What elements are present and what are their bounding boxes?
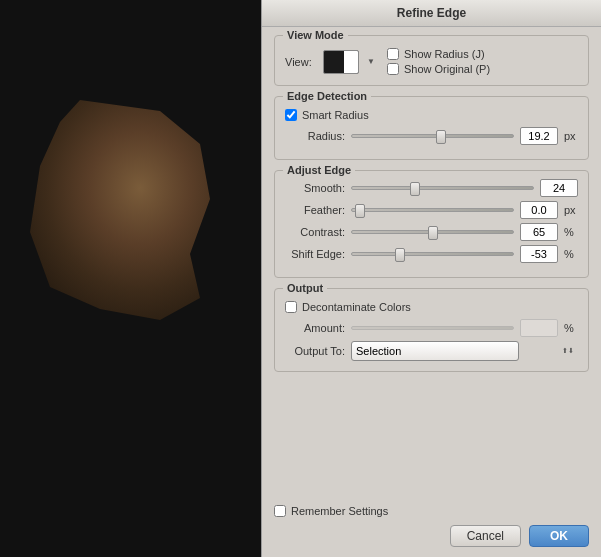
show-radius-checkbox[interactable] <box>387 48 399 60</box>
dialog-title: Refine Edge <box>397 6 466 20</box>
amount-row: Amount: % <box>285 319 578 337</box>
smooth-row: Smooth: <box>285 179 578 197</box>
show-original-label: Show Original (P) <box>404 63 490 75</box>
ok-button[interactable]: OK <box>529 525 589 547</box>
button-row: Cancel OK <box>274 525 589 547</box>
radius-row: Radius: px <box>285 127 578 145</box>
show-original-row[interactable]: Show Original (P) <box>387 63 490 75</box>
feather-thumb[interactable] <box>355 204 365 218</box>
radius-slider[interactable] <box>351 134 514 138</box>
smooth-label: Smooth: <box>285 182 345 194</box>
refine-edge-dialog: Refine Edge View Mode View: ▼ Show Radiu… <box>261 0 601 557</box>
output-to-label: Output To: <box>285 345 345 357</box>
remember-settings-label: Remember Settings <box>291 505 388 517</box>
view-dropdown-arrow[interactable]: ▼ <box>367 57 375 66</box>
output-section: Output Decontaminate Colors Amount: % Ou… <box>274 288 589 372</box>
feather-label: Feather: <box>285 204 345 216</box>
dialog-content: View Mode View: ▼ Show Radius (J) Show O… <box>262 27 601 497</box>
view-mode-section: View Mode View: ▼ Show Radius (J) Show O… <box>274 35 589 86</box>
view-thumbnail[interactable] <box>323 50 359 74</box>
view-options: Show Radius (J) Show Original (P) <box>387 48 490 75</box>
show-radius-row[interactable]: Show Radius (J) <box>387 48 490 60</box>
contrast-input[interactable] <box>520 223 558 241</box>
adjust-edge-label: Adjust Edge <box>283 164 355 176</box>
amount-slider <box>351 326 514 330</box>
feather-slider[interactable] <box>351 208 514 212</box>
amount-input <box>520 319 558 337</box>
dialog-footer: Remember Settings Cancel OK <box>262 497 601 557</box>
edge-detection-section: Edge Detection Smart Radius Radius: px <box>274 96 589 160</box>
radius-thumb[interactable] <box>436 130 446 144</box>
cancel-button[interactable]: Cancel <box>450 525 521 547</box>
decontaminate-row[interactable]: Decontaminate Colors <box>285 301 578 313</box>
smart-radius-label-row[interactable]: Smart Radius <box>285 109 369 121</box>
remember-settings-row[interactable]: Remember Settings <box>274 505 388 517</box>
amount-label: Amount: <box>285 322 345 334</box>
background-canvas <box>0 0 265 557</box>
shift-edge-row: Shift Edge: % <box>285 245 578 263</box>
output-to-select[interactable]: Selection Layer Mask New Layer New Layer… <box>351 341 519 361</box>
view-label: View: <box>285 56 315 68</box>
feather-input[interactable] <box>520 201 558 219</box>
view-mode-label: View Mode <box>283 29 348 41</box>
radius-label: Radius: <box>285 130 345 142</box>
smart-radius-checkbox[interactable] <box>285 109 297 121</box>
contrast-slider[interactable] <box>351 230 514 234</box>
decontaminate-label: Decontaminate Colors <box>302 301 411 313</box>
output-label: Output <box>283 282 327 294</box>
show-radius-label: Show Radius (J) <box>404 48 485 60</box>
smart-radius-label: Smart Radius <box>302 109 369 121</box>
view-mode-row: View: ▼ Show Radius (J) Show Original (P… <box>285 48 578 75</box>
radius-unit: px <box>564 130 578 142</box>
show-original-checkbox[interactable] <box>387 63 399 75</box>
decontaminate-checkbox[interactable] <box>285 301 297 313</box>
shift-edge-label: Shift Edge: <box>285 248 345 260</box>
dialog-titlebar: Refine Edge <box>262 0 601 27</box>
radius-input[interactable] <box>520 127 558 145</box>
feather-row: Feather: px <box>285 201 578 219</box>
smooth-input[interactable] <box>540 179 578 197</box>
contrast-row: Contrast: % <box>285 223 578 241</box>
output-to-wrapper: Selection Layer Mask New Layer New Layer… <box>351 341 578 361</box>
smooth-thumb[interactable] <box>410 182 420 196</box>
feather-unit: px <box>564 204 578 216</box>
contrast-unit: % <box>564 226 578 238</box>
remember-row: Remember Settings <box>274 505 589 517</box>
shift-edge-thumb[interactable] <box>395 248 405 262</box>
smooth-slider[interactable] <box>351 186 534 190</box>
rock-image <box>20 100 220 320</box>
output-to-row: Output To: Selection Layer Mask New Laye… <box>285 341 578 361</box>
shift-edge-input[interactable] <box>520 245 558 263</box>
contrast-label: Contrast: <box>285 226 345 238</box>
remember-settings-checkbox[interactable] <box>274 505 286 517</box>
shift-edge-slider[interactable] <box>351 252 514 256</box>
amount-unit: % <box>564 322 578 334</box>
smart-radius-row: Smart Radius <box>285 109 578 121</box>
edge-detection-label: Edge Detection <box>283 90 371 102</box>
contrast-thumb[interactable] <box>428 226 438 240</box>
adjust-edge-section: Adjust Edge Smooth: Feather: px C <box>274 170 589 278</box>
shift-edge-unit: % <box>564 248 578 260</box>
